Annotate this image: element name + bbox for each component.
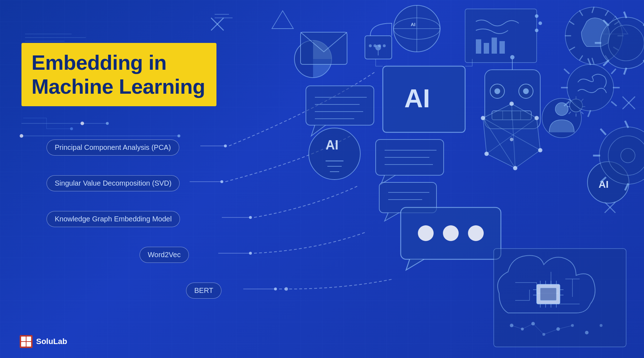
logo: SoluLab [20, 335, 67, 348]
pill-pca: Principal Component Analysis (PCA) [47, 139, 179, 156]
pill-w2v: Word2Vec [140, 247, 189, 263]
logo-icon [20, 335, 33, 348]
title-box: Embedding in Machine Learning [21, 43, 216, 106]
logo-text: SoluLab [36, 337, 67, 346]
page-title: Embedding in Machine Learning [31, 51, 205, 98]
pill-bert: BERT [186, 283, 221, 299]
pill-svd: Singular Value Decomposition (SVD) [47, 175, 180, 191]
pill-kg: Knowledge Graph Embedding Model [47, 211, 180, 227]
